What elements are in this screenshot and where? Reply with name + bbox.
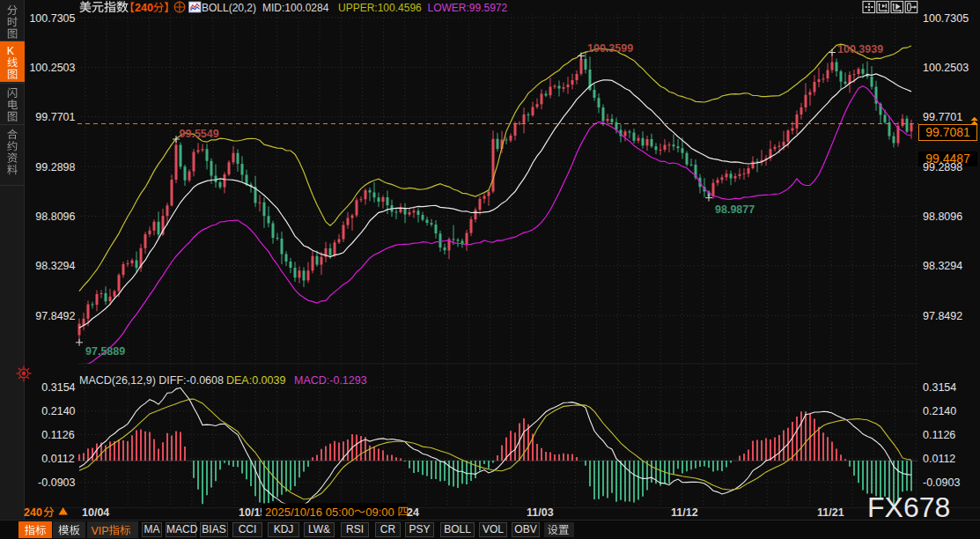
svg-text:0.2140: 0.2140 [923, 405, 956, 417]
svg-text:0.1126: 0.1126 [923, 429, 955, 441]
svg-text:-0.0903: -0.0903 [38, 476, 75, 489]
svg-text:97.8492: 97.8492 [35, 310, 75, 322]
svg-text:DEA:0.0039: DEA:0.0039 [226, 374, 285, 387]
svg-text:BOLL(20,2): BOLL(20,2) [202, 2, 256, 14]
svg-text:240: 240 [135, 2, 153, 14]
svg-text:100.3939: 100.3939 [837, 43, 883, 55]
svg-text:99.2898: 99.2898 [923, 161, 962, 174]
svg-text:100.7305: 100.7305 [29, 12, 75, 25]
svg-text:98.8096: 98.8096 [923, 210, 962, 223]
svg-text:11/12: 11/12 [671, 506, 698, 519]
svg-text:-0.0903: -0.0903 [923, 476, 960, 489]
svg-text:100.3599: 100.3599 [587, 42, 633, 55]
svg-text:11/03: 11/03 [527, 506, 554, 519]
svg-text:97.8492: 97.8492 [923, 310, 962, 322]
svg-text:LOWER:99.5972: LOWER:99.5972 [428, 2, 508, 14]
svg-text:MID:100.0284: MID:100.0284 [262, 2, 329, 14]
svg-text:K: K [7, 45, 15, 57]
svg-text:UPPER:100.4596: UPPER:100.4596 [338, 2, 422, 14]
svg-text:97.5889: 97.5889 [85, 345, 125, 358]
svg-text:100.7305: 100.7305 [923, 12, 969, 25]
svg-text:24: 24 [407, 506, 419, 519]
svg-text:99.2898: 99.2898 [35, 161, 75, 174]
svg-text:0.0112: 0.0112 [923, 453, 955, 465]
svg-text:0.3154: 0.3154 [923, 381, 956, 394]
svg-text:MACD:-0.1293: MACD:-0.1293 [294, 374, 367, 387]
svg-text:98.3294: 98.3294 [35, 260, 75, 272]
svg-text:0.2140: 0.2140 [41, 405, 75, 417]
svg-text:99.7701: 99.7701 [923, 111, 962, 123]
svg-text:2025/10/16 05:00: 2025/10/16 05:00 [265, 506, 354, 519]
svg-text:98.3294: 98.3294 [923, 260, 962, 272]
svg-text:MACD(26,12,9) DIFF:-0.0608: MACD(26,12,9) DIFF:-0.0608 [79, 374, 224, 387]
svg-text:99.5549: 99.5549 [180, 128, 219, 140]
svg-text:10/04: 10/04 [82, 506, 109, 519]
svg-text:98.8096: 98.8096 [35, 210, 75, 223]
svg-text:98.9877: 98.9877 [715, 203, 755, 216]
svg-text:100.2503: 100.2503 [29, 62, 75, 74]
svg-text:240: 240 [24, 506, 42, 519]
svg-text:100.2503: 100.2503 [923, 62, 969, 74]
svg-text:0.0112: 0.0112 [41, 453, 74, 465]
svg-text:09:00: 09:00 [365, 506, 394, 519]
svg-text:99.7701: 99.7701 [35, 111, 75, 123]
svg-text:VIP: VIP [92, 525, 109, 537]
svg-text:0.1126: 0.1126 [41, 429, 74, 441]
svg-text:0.3154: 0.3154 [41, 381, 75, 394]
svg-text:FX678: FX678 [867, 491, 950, 523]
svg-text:11/21: 11/21 [817, 506, 844, 519]
